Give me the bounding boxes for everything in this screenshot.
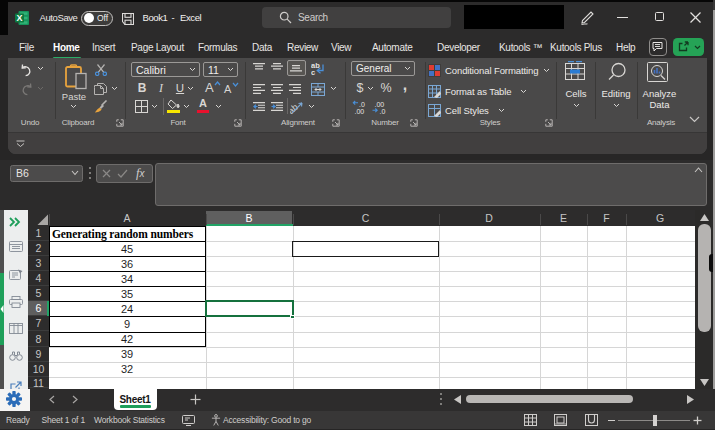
svg-text:.0: .0 bbox=[359, 100, 365, 107]
svg-text:ab: ab bbox=[290, 102, 300, 114]
svg-text:.0: .0 bbox=[380, 107, 386, 114]
svg-text:c: c bbox=[311, 68, 315, 76]
svg-text:.00: .00 bbox=[354, 107, 364, 114]
svg-text:.00: .00 bbox=[375, 100, 385, 107]
